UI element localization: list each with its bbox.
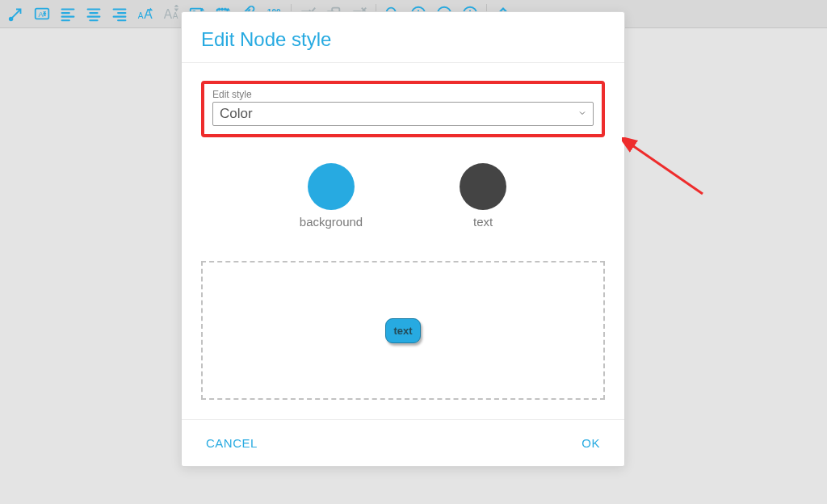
edit-style-label: Edit style: [212, 89, 594, 100]
preview-frame: text: [201, 261, 605, 400]
swatch-text: text: [460, 163, 506, 229]
text-card-icon[interactable]: A: [31, 2, 53, 25]
dialog-title: Edit Node style: [201, 28, 605, 51]
font-decrease-icon[interactable]: AA: [160, 2, 183, 25]
svg-text:A: A: [38, 10, 44, 19]
svg-text:A: A: [164, 7, 173, 21]
svg-text:A: A: [138, 11, 144, 20]
edit-style-highlight: Edit style Color: [201, 81, 605, 137]
dialog-header: Edit Node style: [182, 12, 624, 63]
color-swatches: background text: [201, 163, 605, 229]
swatch-text-circle[interactable]: [460, 163, 506, 210]
cancel-button[interactable]: CANCEL: [201, 433, 262, 453]
swatch-text-label: text: [473, 215, 493, 229]
edit-style-select[interactable]: Color: [212, 102, 594, 126]
annotation-arrow-icon: [622, 137, 711, 202]
svg-line-41: [630, 144, 703, 194]
dialog-footer: CANCEL OK: [182, 419, 624, 466]
swatch-background: background: [300, 163, 363, 229]
dialog-body: Edit style Color background text text: [182, 63, 624, 419]
edit-style-select-wrap: Color: [212, 102, 594, 126]
svg-text:A: A: [173, 11, 178, 20]
align-left-icon[interactable]: [57, 2, 79, 25]
edit-node-style-dialog: Edit Node style Edit style Color backgro…: [181, 11, 625, 467]
ok-button[interactable]: OK: [577, 433, 605, 453]
swatch-background-circle[interactable]: [308, 163, 355, 210]
align-right-icon[interactable]: [108, 2, 131, 25]
align-center-icon[interactable]: [82, 2, 105, 25]
svg-point-1: [10, 18, 13, 21]
swatch-background-label: background: [300, 215, 363, 229]
preview-node[interactable]: text: [385, 318, 420, 343]
font-increase-icon[interactable]: AA: [134, 2, 157, 25]
arrow-expand-icon[interactable]: [5, 2, 27, 25]
